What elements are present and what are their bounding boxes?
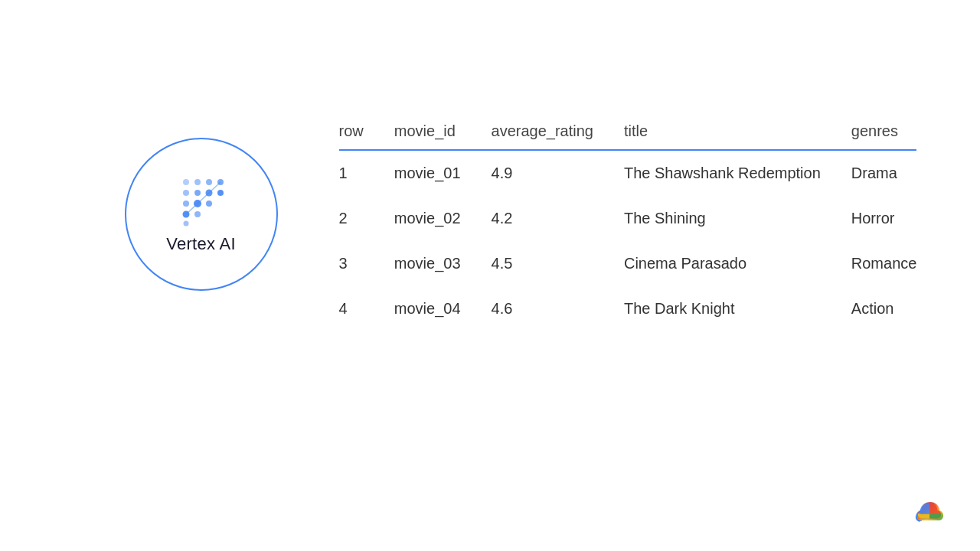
cell-genres: Drama (851, 150, 917, 196)
cell-average_rating: 4.5 (492, 241, 624, 286)
svg-point-0 (183, 179, 189, 185)
cell-genres: Romance (851, 241, 917, 286)
table-row: 4movie_044.6The Dark KnightAction (339, 286, 917, 331)
cell-genres: Action (851, 286, 917, 331)
svg-point-13 (183, 221, 188, 227)
col-header-row: row (339, 122, 394, 150)
cell-row: 4 (339, 286, 394, 331)
cell-title: The Dark Knight (624, 286, 851, 331)
svg-point-12 (194, 211, 201, 217)
cell-title: The Shining (624, 196, 851, 241)
cell-average_rating: 4.9 (492, 150, 624, 196)
vertex-ai-icon (171, 174, 232, 228)
google-cloud-logo (911, 497, 949, 528)
col-header-genres: genres (851, 122, 917, 150)
cell-row: 1 (339, 150, 394, 196)
vertex-ai-label: Vertex AI (166, 234, 236, 254)
svg-point-10 (206, 201, 212, 207)
table-header-row: row movie_id average_rating title genres (339, 122, 917, 150)
svg-point-8 (183, 201, 189, 207)
col-header-average-rating: average_rating (492, 122, 624, 150)
cell-movie_id: movie_01 (394, 150, 492, 196)
table-row: 1movie_014.9The Shawshank RedemptionDram… (339, 150, 917, 196)
cell-title: Cinema Parasado (624, 241, 851, 286)
cell-row: 3 (339, 241, 394, 286)
svg-point-1 (194, 179, 201, 185)
vertex-ai-logo: Vertex AI (125, 138, 278, 291)
table-row: 3movie_034.5Cinema ParasadoRomance (339, 241, 917, 286)
col-header-title: title (624, 122, 851, 150)
svg-point-7 (217, 190, 224, 196)
cell-row: 2 (339, 196, 394, 241)
cell-movie_id: movie_04 (394, 286, 492, 331)
cell-movie_id: movie_02 (394, 196, 492, 241)
svg-point-2 (206, 179, 212, 185)
main-content: Vertex AI row movie_id average_rating ti… (0, 0, 980, 331)
data-table: row movie_id average_rating title genres… (339, 122, 917, 331)
svg-point-4 (183, 190, 189, 196)
cell-title: The Shawshank Redemption (624, 150, 851, 196)
table-row: 2movie_024.2The ShiningHorror (339, 196, 917, 241)
cell-average_rating: 4.6 (492, 286, 624, 331)
cell-genres: Horror (851, 196, 917, 241)
svg-point-5 (194, 190, 201, 196)
cell-average_rating: 4.2 (492, 196, 624, 241)
cell-movie_id: movie_03 (394, 241, 492, 286)
col-header-movie-id: movie_id (394, 122, 492, 150)
